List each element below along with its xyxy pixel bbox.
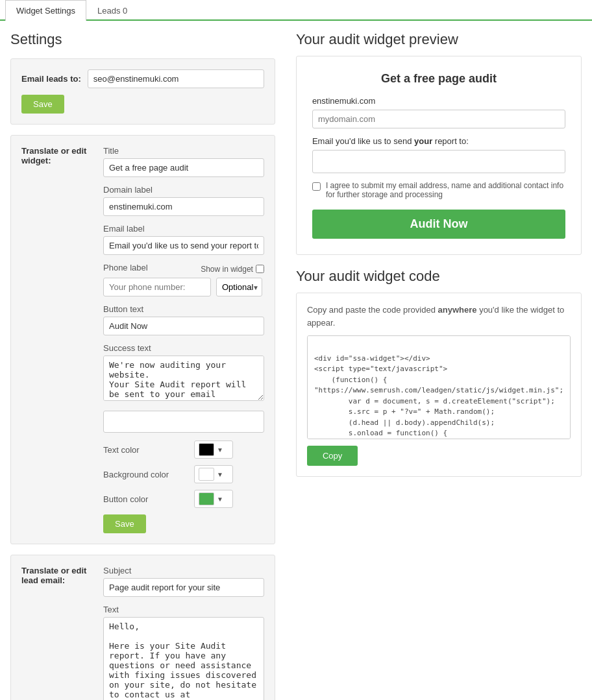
success-extra-input[interactable] [103,411,264,433]
code-card: Copy and paste the code provided anywher… [296,293,582,477]
text-color-arrow: ▼ [217,446,223,453]
email-leads-input[interactable] [88,69,264,88]
preview-domain-input[interactable] [312,110,565,128]
code-box[interactable]: <div id="ssa-widget"></div> <script type… [307,335,571,439]
background-color-picker[interactable]: ▼ [194,465,233,483]
widget-edit-label-line2: widget: [21,156,93,165]
subject-label: Subject [103,566,264,575]
lead-email-card: Translate or edit lead email: Subject Te… [10,555,275,700]
button-text-label: Button text [103,304,264,314]
button-color-swatch [199,492,214,505]
code-description: Copy and paste the code provided anywher… [307,304,571,329]
preview-email-label: Email you'd like us to send your report … [312,136,565,146]
text-color-label: Text color [103,445,188,455]
background-color-label: Background color [103,470,188,479]
preview-title: Get a free page audit [312,72,565,86]
lead-email-label-line2: lead email: [21,575,93,585]
widget-save-button[interactable]: Save [103,514,146,533]
tab-leads[interactable]: Leads 0 [86,0,138,21]
text-label: Text [103,605,264,614]
text-color-picker[interactable]: ▼ [194,441,233,459]
agree-checkbox[interactable] [312,182,321,191]
subject-input[interactable] [103,578,264,597]
title-label: Title [103,146,264,156]
widget-preview-card: Get a free page audit enstinemuki.com Em… [296,56,582,255]
phone-placeholder-input[interactable] [103,278,211,296]
domain-label: Domain label [103,185,264,195]
code-heading: Your audit widget code [296,268,582,285]
preview-heading: Your audit widget preview [296,31,582,48]
button-color-picker[interactable]: ▼ [194,490,233,508]
success-text-input[interactable]: We're now auditing your website. Your Si… [103,356,264,401]
success-text-label: Success text [103,343,264,353]
email-save-button[interactable]: Save [21,95,64,114]
button-text-input[interactable] [103,317,264,335]
background-color-arrow: ▼ [217,471,223,478]
show-in-widget-label: Show in widget [201,265,253,274]
email-label-label: Email label [103,224,264,234]
email-leads-card: Email leads to: Save [10,58,275,125]
tab-widget-settings[interactable]: Widget Settings [5,0,86,21]
email-label-input[interactable] [103,236,264,255]
domain-input[interactable] [103,197,264,216]
email-leads-label: Email leads to: [21,74,81,84]
show-in-widget-checkbox[interactable] [256,265,264,273]
button-color-label: Button color [103,494,188,504]
title-input[interactable] [103,158,264,177]
lead-email-text-input[interactable]: Hello, Here is your Site Audit report. I… [103,617,264,700]
copy-button[interactable]: Copy [307,446,358,466]
optional-select[interactable]: Optional Required [216,278,262,296]
agree-row: I agree to submit my email address, name… [312,181,565,199]
audit-now-button[interactable]: Audit Now [312,210,565,239]
show-in-widget-toggle: Show in widget [201,265,264,274]
phone-label-label: Phone label [103,263,195,272]
text-color-swatch [199,443,214,456]
background-color-swatch [199,468,214,481]
button-color-arrow: ▼ [217,496,223,503]
widget-edit-label-line1: Translate or edit [21,146,93,156]
widget-edit-card: Translate or edit widget: Title Domain l… [10,135,275,544]
page-title: Settings [10,31,275,48]
preview-domain-name: enstinemuki.com [312,96,565,106]
agree-text: I agree to submit my email address, name… [326,181,565,199]
lead-email-label-line1: Translate or edit [21,566,93,575]
preview-email-input-area[interactable] [312,150,565,173]
